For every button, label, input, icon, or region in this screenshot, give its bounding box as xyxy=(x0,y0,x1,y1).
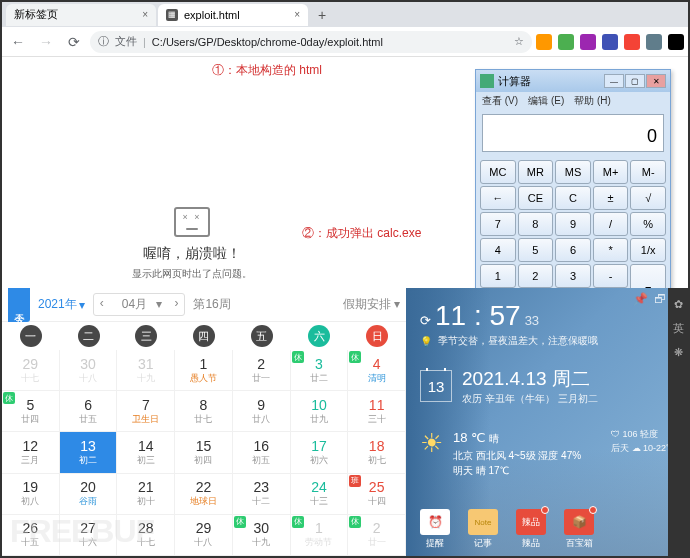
calendar-cell[interactable]: 20谷雨 xyxy=(60,474,118,515)
prev-month-button[interactable]: ‹ xyxy=(94,294,110,315)
calc-button-5[interactable]: 5 xyxy=(518,238,554,262)
calc-button-4[interactable]: 4 xyxy=(480,238,516,262)
year-selector[interactable]: 2021年 ▾ xyxy=(38,296,85,313)
extension-icon[interactable] xyxy=(558,34,574,50)
side-item[interactable]: ✿ xyxy=(674,298,683,311)
calendar-cell[interactable]: 8廿七 xyxy=(175,391,233,432)
calendar-cell[interactable]: 1愚人节 xyxy=(175,350,233,391)
calculator-window[interactable]: 计算器 — ▢ ✕ 查看 (V) 编辑 (E) 帮助 (H) 0 MCMRMSM… xyxy=(475,69,671,319)
calendar-cell[interactable]: 31十九 xyxy=(117,350,175,391)
menu-edit[interactable]: 编辑 (E) xyxy=(528,94,564,108)
close-icon[interactable]: × xyxy=(142,9,148,20)
calc-button-M+[interactable]: M+ xyxy=(593,160,629,184)
calc-button-1/x[interactable]: 1/x xyxy=(630,238,666,262)
calendar-cell[interactable]: 21初十 xyxy=(117,474,175,515)
back-button[interactable]: ← xyxy=(6,30,30,54)
calc-button-C[interactable]: C xyxy=(555,186,591,210)
month-selector[interactable]: 04月 ▾ xyxy=(110,294,169,315)
calendar-cell[interactable]: 休2廿一 xyxy=(348,515,406,556)
calendar-cell[interactable]: 休30十九 xyxy=(233,515,291,556)
calendar-cell[interactable]: 9廿八 xyxy=(233,391,291,432)
extension-icon[interactable] xyxy=(646,34,662,50)
dock-item-百宝箱[interactable]: 📦百宝箱 xyxy=(564,509,594,550)
calc-button-9[interactable]: 9 xyxy=(555,212,591,236)
extension-icon[interactable] xyxy=(624,34,640,50)
calc-button-2[interactable]: 2 xyxy=(518,264,554,288)
tab-new-page[interactable]: 新标签页 × xyxy=(6,4,156,26)
side-item[interactable]: ❋ xyxy=(674,346,683,359)
menu-view[interactable]: 查看 (V) xyxy=(482,94,518,108)
side-item[interactable]: 英 xyxy=(673,321,684,336)
maximize-button[interactable]: ▢ xyxy=(625,74,645,88)
calendar-cell[interactable]: 班25十四 xyxy=(348,474,406,515)
calc-button-3[interactable]: 3 xyxy=(555,264,591,288)
close-icon[interactable]: × xyxy=(294,9,300,20)
extension-icon[interactable] xyxy=(602,34,618,50)
calendar-cell[interactable]: 16初五 xyxy=(233,432,291,473)
calc-button-MS[interactable]: MS xyxy=(555,160,591,184)
info-icon[interactable]: ⓘ xyxy=(98,34,109,49)
calendar-cell[interactable]: 休4清明 xyxy=(348,350,406,391)
calendar-cell[interactable]: 24十三 xyxy=(291,474,349,515)
calendar-cell[interactable]: 18初七 xyxy=(348,432,406,473)
calendar-cell[interactable]: 17初六 xyxy=(291,432,349,473)
calendar-cell[interactable]: 15初四 xyxy=(175,432,233,473)
dock-item-提醒[interactable]: ⏰提醒 xyxy=(420,509,450,550)
calendar-cell[interactable]: 6廿五 xyxy=(60,391,118,432)
calendar-cell[interactable]: 12三月 xyxy=(2,432,60,473)
calendar-cell[interactable]: 27十六 xyxy=(60,515,118,556)
pin-icon[interactable]: 📌 xyxy=(633,292,648,306)
calendar-cell[interactable]: 休1劳动节 xyxy=(291,515,349,556)
calc-button-8[interactable]: 8 xyxy=(518,212,554,236)
menu-help[interactable]: 帮助 (H) xyxy=(574,94,611,108)
minimize-button[interactable]: — xyxy=(604,74,624,88)
calendar-cell[interactable]: 30十八 xyxy=(60,350,118,391)
next-month-button[interactable]: › xyxy=(168,294,184,315)
calc-button-%[interactable]: % xyxy=(630,212,666,236)
calendar-cell[interactable]: 2廿一 xyxy=(233,350,291,391)
calc-button--[interactable]: - xyxy=(593,264,629,288)
extension-icon[interactable] xyxy=(580,34,596,50)
address-bar[interactable]: ⓘ 文件 | C:/Users/GP/Desktop/chrome-0day/e… xyxy=(90,31,532,53)
calc-button-*[interactable]: * xyxy=(593,238,629,262)
calc-button-/[interactable]: / xyxy=(593,212,629,236)
reload-button[interactable]: ⟳ xyxy=(62,30,86,54)
calc-button-±[interactable]: ± xyxy=(593,186,629,210)
new-tab-button[interactable]: + xyxy=(310,5,334,25)
calculator-titlebar[interactable]: 计算器 — ▢ ✕ xyxy=(476,70,670,92)
calendar-cell[interactable]: 23十二 xyxy=(233,474,291,515)
calc-button-M-[interactable]: M- xyxy=(630,160,666,184)
calendar-cell[interactable]: 休3廿二 xyxy=(291,350,349,391)
calendar-cell[interactable]: 29十八 xyxy=(175,515,233,556)
tab-exploit[interactable]: ▦ exploit.html × xyxy=(158,4,308,26)
close-button[interactable]: ✕ xyxy=(646,74,666,88)
refresh-icon[interactable]: ⟳ xyxy=(420,313,431,328)
calendar-cell[interactable]: 19初八 xyxy=(2,474,60,515)
calendar-cell[interactable]: 26十五 xyxy=(2,515,60,556)
calc-button-1[interactable]: 1 xyxy=(480,264,516,288)
calendar-cell[interactable]: 11三十 xyxy=(348,391,406,432)
today-button[interactable]: 今天 xyxy=(8,288,30,322)
calendar-cell[interactable]: 7卫生日 xyxy=(117,391,175,432)
calc-button-CE[interactable]: CE xyxy=(518,186,554,210)
calc-button-7[interactable]: 7 xyxy=(480,212,516,236)
calc-button-6[interactable]: 6 xyxy=(555,238,591,262)
holiday-selector[interactable]: 假期安排 ▾ xyxy=(343,296,400,313)
star-icon[interactable]: ☆ xyxy=(514,35,524,48)
calc-button-MR[interactable]: MR xyxy=(518,160,554,184)
calendar-cell[interactable]: 29十七 xyxy=(2,350,60,391)
calendar-cell[interactable]: 10廿九 xyxy=(291,391,349,432)
calc-button-MC[interactable]: MC xyxy=(480,160,516,184)
calc-button-←[interactable]: ← xyxy=(480,186,516,210)
extension-icon[interactable] xyxy=(536,34,552,50)
extension-icon[interactable] xyxy=(668,34,684,50)
calendar-cell[interactable]: 休5廿四 xyxy=(2,391,60,432)
forward-button[interactable]: → xyxy=(34,30,58,54)
dock-item-记事[interactable]: Note记事 xyxy=(468,509,498,550)
dock-item-辣品[interactable]: 辣品辣品 xyxy=(516,509,546,550)
calc-button-√[interactable]: √ xyxy=(630,186,666,210)
calendar-cell[interactable]: 14初三 xyxy=(117,432,175,473)
calendar-cell[interactable]: 22地球日 xyxy=(175,474,233,515)
calendar-cell[interactable]: 13初二 xyxy=(60,432,118,473)
expand-icon[interactable]: 🗗 xyxy=(654,292,666,306)
